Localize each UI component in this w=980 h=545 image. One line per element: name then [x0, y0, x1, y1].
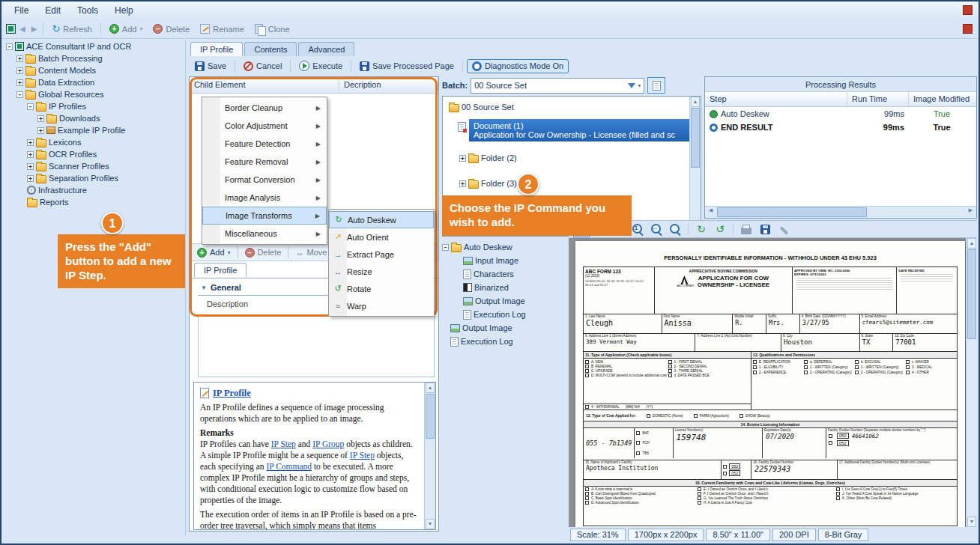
print-button[interactable] [738, 221, 754, 237]
cancel-button[interactable]: Cancel [239, 60, 286, 73]
menu-item-feature-detection[interactable]: Feature Detection▶ [202, 135, 327, 153]
delete-step-button[interactable]: − Delete [242, 246, 285, 259]
scroll-thumb[interactable] [717, 207, 867, 217]
menu-item-format-conversion[interactable]: Format Conversion▶ [202, 171, 327, 189]
tree-node-scanner-profiles[interactable]: + Scanner Profiles [3, 160, 185, 172]
collapse-icon[interactable]: - [16, 91, 23, 98]
submenu-item-auto-deskew[interactable]: ↻Auto Deskew [329, 211, 434, 228]
tree-node-infrastructure[interactable]: Infrastructure [3, 184, 185, 196]
subtab-ip-profile[interactable]: IP Profile [194, 263, 246, 277]
menu-item-image-transforms[interactable]: Image Transforms▶ [202, 207, 327, 225]
expand-icon[interactable]: + [16, 67, 23, 74]
batch-dropdown-icon[interactable]: ▾ [638, 82, 641, 89]
submenu-item-resize[interactable]: ↔Resize [329, 263, 434, 280]
column-image-modified[interactable]: Image Modified [909, 92, 975, 106]
column-description[interactable]: Decription [339, 77, 438, 93]
menu-file[interactable]: File [6, 2, 37, 19]
column-child-element[interactable]: Child Element [190, 77, 339, 93]
diagnostics-mode-toggle[interactable]: Diagnostics Mode On [467, 59, 569, 73]
scroll-left-button[interactable]: ◀ [705, 207, 716, 213]
result-node-input-image[interactable]: Input Image [442, 255, 568, 267]
batch-folder-2-node[interactable]: + Folder (2) [443, 152, 701, 164]
tree-node-example-ip-profile[interactable]: + Example IP Profile [3, 124, 185, 136]
add-step-dropdown-icon[interactable]: ▾ [228, 249, 231, 256]
expand-icon[interactable]: + [27, 163, 34, 170]
tree-node-global-resources[interactable]: - Global Resources [3, 88, 185, 100]
help-title-link[interactable]: IP Profile [213, 387, 251, 399]
batch-page-button[interactable] [647, 77, 665, 94]
expand-icon[interactable]: + [37, 115, 44, 122]
collapse-icon[interactable]: - [27, 103, 34, 110]
collapse-icon[interactable]: - [442, 244, 449, 251]
menu-item-image-analysis[interactable]: Image Analysis▶ [202, 189, 327, 207]
help-link-ip-group[interactable]: IP Group [312, 439, 344, 448]
collapse-icon[interactable]: - [6, 43, 13, 50]
column-step[interactable]: Step [705, 92, 847, 106]
viewer-settings-button[interactable] [775, 221, 792, 237]
expand-icon[interactable]: + [459, 180, 466, 187]
menu-tools[interactable]: Tools [69, 2, 106, 19]
expand-icon[interactable]: + [16, 79, 23, 86]
tree-node-data-extraction[interactable]: + Data Extraction [3, 76, 185, 88]
tree-node-batch-processing[interactable]: + Batch Processing [3, 52, 185, 64]
add-step-button[interactable]: + Add ▾ [194, 246, 234, 259]
scroll-right-button[interactable]: ▶ [965, 207, 976, 213]
selected-document[interactable]: Document (1) Application for Cow Ownersh… [469, 119, 701, 141]
expand-icon[interactable]: + [16, 55, 23, 62]
submenu-item-auto-orient[interactable]: ↗Auto Orient [329, 228, 434, 246]
expand-icon[interactable]: + [27, 175, 34, 182]
description-value-field[interactable] [198, 314, 435, 377]
tree-node-ocr-profiles[interactable]: + OCR Profiles [3, 148, 185, 160]
batch-root-node[interactable]: 00 Source Set [443, 101, 701, 113]
document-preview-area[interactable]: PERSONALLY IDENTIFIABLE INFORMATION - WI… [569, 238, 977, 527]
tab-ip-profile[interactable]: IP Profile [190, 42, 243, 56]
execute-button[interactable]: Execute [294, 59, 347, 73]
submenu-item-warp[interactable]: ≈Warp [329, 297, 434, 314]
result-node-auto-deskew[interactable]: - Auto Deskew [442, 241, 568, 253]
save-button[interactable]: Save [190, 60, 231, 73]
tree-node-downloads[interactable]: + Downloads [3, 112, 185, 124]
results-hscrollbar[interactable]: ◀ ▶ [705, 206, 976, 218]
result-row-auto-deskew[interactable]: Auto Deskew 99ms True [705, 107, 976, 121]
column-run-time[interactable]: Run Time [847, 92, 909, 106]
expand-icon[interactable]: + [27, 151, 34, 158]
delete-button[interactable]: − Delete [148, 22, 194, 35]
menu-item-color-adjustment[interactable]: Color Adjustment▶ [202, 117, 327, 135]
clone-button[interactable]: Clone [250, 22, 294, 36]
tree-node-ip-profiles[interactable]: - IP Profiles [3, 100, 185, 112]
scroll-thumb[interactable] [426, 394, 435, 439]
batch-select[interactable]: 00 Source Set ▾ [471, 78, 644, 94]
back-button[interactable]: ◀ [17, 25, 28, 33]
result-node-output-image[interactable]: Output Image [442, 295, 568, 307]
expand-icon[interactable]: + [459, 155, 466, 162]
tree-node-reports[interactable]: Reports [3, 196, 185, 208]
forward-button[interactable]: ▶ [29, 25, 40, 33]
result-node-characters[interactable]: Characters [442, 268, 568, 280]
scroll-down-button[interactable]: ▼ [426, 519, 435, 529]
menu-item-border-cleanup[interactable]: Border Cleanup▶ [202, 99, 327, 117]
help-link-ip-command[interactable]: IP Command [266, 462, 312, 471]
zoom-fit-page-button[interactable] [667, 221, 683, 237]
menu-help[interactable]: Help [106, 2, 142, 19]
move-step-button[interactable]: ↔ Move [292, 246, 330, 258]
tree-node-root[interactable]: - ACE Consultant IP and OCR [3, 40, 185, 52]
save-processed-page-button[interactable]: Save Processed Page [355, 60, 459, 73]
tree-node-lexicons[interactable]: + Lexicons [3, 136, 185, 148]
result-node-binarized[interactable]: Binarized [442, 281, 568, 293]
collapse-category-icon[interactable]: ▼ [201, 284, 207, 291]
menu-item-miscellaneous[interactable]: Miscellaneous▶ [202, 225, 327, 243]
tree-node-separation-profiles[interactable]: + Separation Profiles [3, 172, 185, 184]
expand-icon[interactable]: + [27, 139, 34, 146]
tab-advanced[interactable]: Advanced [298, 42, 354, 56]
menu-item-feature-removal[interactable]: Feature Removal▶ [202, 153, 327, 171]
result-node-output-image-root[interactable]: Output Image [442, 322, 568, 334]
preview-scrollbar[interactable]: ▲ ▼ [966, 238, 977, 527]
scroll-thumb[interactable] [967, 249, 976, 339]
tab-contents[interactable]: Contents [244, 42, 297, 56]
zoom-fit-width-button[interactable]: ↔ [648, 221, 665, 237]
scroll-down-button[interactable]: ▼ [967, 517, 976, 527]
refresh-button[interactable]: ↻ Refresh [47, 22, 96, 35]
add-button[interactable]: + Add ▾ [105, 22, 148, 35]
tree-node-content-models[interactable]: + Content Models [3, 64, 185, 76]
general-category[interactable]: ▼ General [201, 283, 241, 292]
